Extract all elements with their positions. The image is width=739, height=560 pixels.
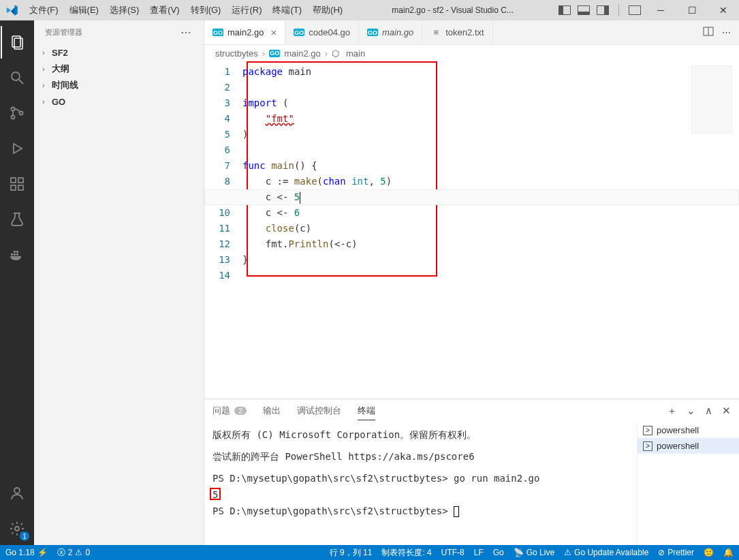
split-editor-icon[interactable] (703, 26, 714, 39)
layout-right-icon[interactable] (597, 5, 609, 15)
docker-icon[interactable] (1, 238, 33, 271)
go-file-icon: GO (269, 50, 280, 57)
status-go-live[interactable]: 📡Go Live (514, 548, 554, 557)
status-tab-size[interactable]: 制表符长度: 4 (381, 547, 431, 559)
settings-badge: 1 (20, 531, 29, 541)
panel-tab-debug[interactable]: 调试控制台 (297, 405, 341, 417)
menu-select[interactable]: 选择(S) (104, 0, 144, 20)
status-bell-icon[interactable]: 🔔 (723, 548, 734, 557)
svg-rect-15 (14, 251, 16, 253)
menu-edit[interactable]: 编辑(E) (64, 0, 104, 20)
close-panel-icon[interactable]: ✕ (722, 405, 731, 418)
svg-rect-9 (11, 185, 16, 190)
svg-rect-16 (16, 251, 18, 253)
menu-run[interactable]: 运行(R) (226, 0, 267, 20)
status-problems[interactable]: ⓧ2⚠0 (57, 547, 90, 559)
explorer-icon[interactable] (1, 26, 33, 59)
code-content[interactable]: package main import ( "fmt" ) func main(… (242, 61, 739, 399)
editor[interactable]: 1234567891011121314 package main import … (204, 61, 739, 399)
svg-point-4 (12, 108, 15, 111)
term-line: 尝试新的跨平台 PowerShell https://aka.ms/pscore… (213, 448, 629, 465)
menu-view[interactable]: 查看(V) (144, 0, 185, 20)
tree-item-outline[interactable]: ›大纲 (34, 61, 204, 77)
vscode-logo (0, 4, 24, 16)
layout-grid-icon[interactable] (629, 5, 641, 15)
svg-rect-11 (18, 178, 23, 183)
status-bar: Go 1.18 ⚡ ⓧ2⚠0 行 9，列 11 制表符长度: 4 UTF-8 L… (0, 545, 739, 560)
go-file-icon: GO (294, 29, 304, 36)
testing-icon[interactable] (1, 203, 33, 236)
close-tab-icon[interactable]: × (270, 27, 277, 38)
svg-rect-14 (16, 253, 18, 255)
new-terminal-icon[interactable]: ＋ (667, 405, 677, 418)
svg-rect-8 (11, 178, 16, 183)
panel-tab-terminal[interactable]: 终端 (358, 405, 375, 420)
text-cursor (300, 192, 300, 204)
svg-point-18 (15, 527, 19, 531)
breadcrumb-root[interactable]: structbytes (215, 48, 258, 59)
tree-item-go[interactable]: ›GO (34, 93, 204, 110)
svg-point-5 (12, 116, 15, 119)
svg-rect-13 (14, 253, 16, 255)
menu-help[interactable]: 帮助(H) (307, 0, 348, 20)
terminal-list: >powershell >powershell (637, 422, 739, 545)
svg-line-3 (19, 80, 23, 84)
svg-rect-12 (11, 253, 13, 255)
breadcrumb-symbol[interactable]: main (346, 48, 365, 59)
terminal-cursor-icon (454, 506, 459, 517)
menu-file[interactable]: 文件(F) (24, 0, 64, 20)
symbol-icon (332, 48, 342, 59)
terminal-output[interactable]: 版权所有 (C) Microsoft Corporation。保留所有权利。 尝… (204, 422, 637, 545)
search-icon[interactable] (1, 61, 33, 94)
term-line: 版权所有 (C) Microsoft Corporation。保留所有权利。 (213, 426, 629, 443)
close-button[interactable]: ✕ (708, 0, 739, 20)
extensions-icon[interactable] (1, 168, 33, 200)
status-cursor-pos[interactable]: 行 9，列 11 (330, 547, 373, 559)
term-line: 5 (213, 486, 629, 503)
menu-terminal[interactable]: 终端(T) (267, 0, 307, 20)
tree-item-timeline[interactable]: ›时间线 (34, 77, 204, 93)
maximize-panel-icon[interactable]: ∧ (705, 405, 712, 418)
terminal-item[interactable]: >powershell (638, 438, 739, 454)
menu-bar: 文件(F) 编辑(E) 选择(S) 查看(V) 转到(G) 运行(R) 终端(T… (24, 0, 348, 20)
sidebar-title: 资源管理器 (45, 27, 82, 37)
tab-main2-go[interactable]: GOmain2.go× (204, 20, 285, 44)
status-encoding[interactable]: UTF-8 (441, 548, 465, 557)
status-eol[interactable]: LF (474, 548, 484, 557)
status-go-version[interactable]: Go 1.18 ⚡ (5, 548, 48, 557)
scm-icon[interactable] (1, 97, 33, 129)
breadcrumb-file[interactable]: main2.go (284, 48, 320, 59)
breadcrumb[interactable]: structbytes › GO main2.go › main (204, 45, 739, 61)
panel-tab-output[interactable]: 输出 (263, 405, 281, 417)
panel-tab-problems[interactable]: 问题2 (213, 405, 247, 417)
debug-icon[interactable] (1, 132, 33, 165)
editor-more-icon[interactable]: ⋯ (722, 27, 732, 37)
status-feedback-icon[interactable]: 🙂 (704, 548, 714, 557)
status-lang[interactable]: Go (493, 548, 504, 557)
svg-marker-7 (14, 144, 22, 153)
window-title: main2.go - sf2 - Visual Studio C... (348, 5, 557, 15)
minimize-button[interactable]: ─ (645, 0, 676, 20)
terminal-item[interactable]: >powershell (638, 422, 739, 438)
menu-goto[interactable]: 转到(G) (185, 0, 227, 20)
status-go-update[interactable]: ⚠Go Update Available (564, 548, 648, 557)
sidebar-more-icon[interactable]: ⋯ (180, 26, 193, 39)
terminal-dropdown-icon[interactable]: ⌄ (687, 405, 695, 418)
svg-point-2 (12, 72, 20, 80)
term-line: PS D:\mysetup\gopath\src\sf2\structbytes… (213, 470, 629, 486)
tab-code04-go[interactable]: GOcode04.go (285, 20, 359, 44)
settings-icon[interactable]: 1 (1, 512, 33, 545)
explorer-tree: ›SF2 ›大纲 ›时间线 ›GO (34, 44, 204, 110)
svg-point-17 (14, 488, 20, 493)
layout-left-icon[interactable] (559, 5, 571, 15)
layout-bottom-icon[interactable] (578, 5, 590, 15)
tab-main-go[interactable]: GOmain.go (359, 20, 422, 44)
activity-bar: 1 (0, 20, 34, 545)
svg-rect-10 (18, 185, 23, 190)
tab-token2-txt[interactable]: ≡token2.txt (422, 20, 492, 44)
account-icon[interactable] (1, 477, 33, 510)
status-prettier[interactable]: ⊘Prettier (658, 548, 694, 557)
title-bar: 文件(F) 编辑(E) 选择(S) 查看(V) 转到(G) 运行(R) 终端(T… (0, 0, 739, 20)
tree-item-sf2[interactable]: ›SF2 (34, 44, 204, 61)
maximize-button[interactable]: ☐ (676, 0, 708, 20)
